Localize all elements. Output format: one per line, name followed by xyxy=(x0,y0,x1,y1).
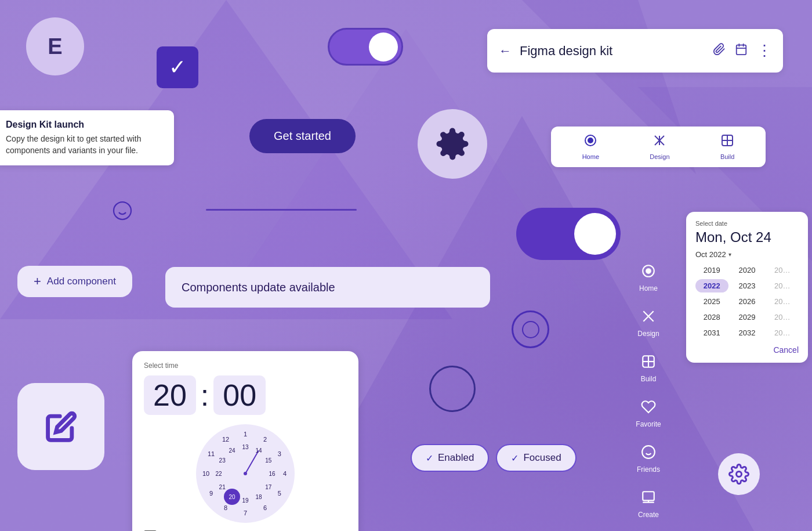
year-col3-r4[interactable]: 20… xyxy=(766,310,799,324)
time-picker-label: Select time xyxy=(144,362,347,370)
nav-build-label: Build xyxy=(720,153,734,160)
year-2029[interactable]: 2029 xyxy=(731,310,764,324)
settings-gear-bottom-right[interactable] xyxy=(718,453,760,495)
year-col3-r2[interactable]: 20… xyxy=(766,279,799,292)
svg-rect-30 xyxy=(643,492,654,500)
more-icon[interactable]: ⋮ xyxy=(757,42,771,60)
rail-favorite-icon xyxy=(641,399,656,418)
nav-item-design[interactable]: Design xyxy=(650,133,669,160)
avatar: E xyxy=(26,17,84,75)
year-2032[interactable]: 2032 xyxy=(731,326,764,339)
time-clock[interactable]: 111212324131022142921153820164719175186 xyxy=(196,424,295,523)
clock-number-10[interactable]: 10 xyxy=(202,470,209,477)
date-picker-dropdown-arrow[interactable]: ▾ xyxy=(728,251,731,258)
nav-item-build[interactable]: Build xyxy=(720,133,734,160)
year-col3-r3[interactable]: 20… xyxy=(766,295,799,308)
nav-rail-friends[interactable]: Friends xyxy=(611,436,686,482)
home-nav-icon xyxy=(583,133,597,151)
clock-number-5[interactable]: 5 xyxy=(278,490,281,497)
chip-group: ✓ Enabled ✓ Focused xyxy=(411,444,577,472)
clock-number-22[interactable]: 22 xyxy=(215,471,222,477)
calendar-icon[interactable] xyxy=(735,43,748,59)
clock-number-17[interactable]: 17 xyxy=(265,484,271,490)
time-minutes[interactable]: 00 xyxy=(213,375,266,415)
checkbox[interactable]: ✓ xyxy=(157,46,198,88)
clock-number-8[interactable]: 8 xyxy=(224,504,227,511)
snackbar-title: Design Kit launch xyxy=(6,120,162,130)
clock-number-2[interactable]: 2 xyxy=(263,436,267,443)
rail-home-icon xyxy=(641,263,656,282)
svg-point-39 xyxy=(737,472,742,477)
clock-number-11[interactable]: 11 xyxy=(208,450,215,457)
year-2031[interactable]: 2031 xyxy=(695,326,728,339)
nav-item-home[interactable]: Home xyxy=(582,133,599,160)
clock-number-12[interactable]: 12 xyxy=(222,436,229,443)
date-picker-month: Oct 2022 xyxy=(695,250,726,259)
clock-number-15[interactable]: 15 xyxy=(265,457,271,464)
clock-number-6[interactable]: 6 xyxy=(263,504,267,511)
chip-enabled-check: ✓ xyxy=(426,453,433,464)
clock-number-18[interactable]: 18 xyxy=(255,493,262,500)
year-2025[interactable]: 2025 xyxy=(695,295,728,308)
clock-number-13[interactable]: 13 xyxy=(242,444,248,450)
clock-number-16[interactable]: 16 xyxy=(269,471,275,477)
clock-number-4[interactable]: 4 xyxy=(283,470,287,477)
chip-enabled[interactable]: ✓ Enabled xyxy=(411,444,489,472)
nav-rail-build[interactable]: Build xyxy=(611,346,686,391)
get-started-button[interactable]: Get started xyxy=(249,119,356,153)
alert-banner: Components update available xyxy=(165,267,490,308)
chip-focused-label: Focused xyxy=(523,452,561,464)
radio-button[interactable] xyxy=(512,310,549,348)
clock-number-7[interactable]: 7 xyxy=(244,510,247,516)
nav-rail-favorite[interactable]: Favorite xyxy=(611,391,686,436)
clock-number-24[interactable]: 24 xyxy=(229,447,235,454)
toggle-large[interactable] xyxy=(516,208,621,260)
nav-rail-design[interactable]: Design xyxy=(611,301,686,346)
year-2019[interactable]: 2019 xyxy=(695,263,728,277)
bottom-nav: Home Design Build xyxy=(551,127,766,167)
clock-number-21[interactable]: 21 xyxy=(219,484,226,490)
year-2022[interactable]: 2022 xyxy=(695,279,728,292)
clock-number-23[interactable]: 23 xyxy=(219,457,226,464)
time-picker-display: 20 : 00 xyxy=(144,375,347,415)
year-2023[interactable]: 2023 xyxy=(731,279,764,292)
year-2026[interactable]: 2026 xyxy=(731,295,764,308)
svg-point-17 xyxy=(114,202,131,219)
year-2020[interactable]: 2020 xyxy=(731,263,764,277)
date-picker-cancel[interactable]: Cancel xyxy=(773,345,799,355)
year-col3-r5[interactable]: 20… xyxy=(766,326,799,339)
nav-rail-create[interactable]: Create xyxy=(611,482,686,527)
add-component-button[interactable]: + Add component xyxy=(17,266,132,297)
divider xyxy=(206,209,357,211)
snackbar: Design Kit launch Copy the design kit to… xyxy=(0,110,174,165)
back-button[interactable]: ← xyxy=(499,44,512,59)
edit-fab[interactable] xyxy=(17,383,104,470)
nav-rail-home[interactable]: Home xyxy=(611,255,686,301)
rail-create-label: Create xyxy=(638,511,659,519)
svg-point-21 xyxy=(646,269,651,273)
clock-number-20[interactable]: 20 xyxy=(229,493,235,500)
chip-focused-check: ✓ xyxy=(511,453,519,464)
date-picker: Select date Mon, Oct 24 Oct 2022 ▾ 2019 … xyxy=(686,212,808,363)
rail-build-label: Build xyxy=(641,375,657,383)
clock-number-3[interactable]: 3 xyxy=(278,450,281,457)
rail-build-icon xyxy=(641,354,656,373)
year-2028[interactable]: 2028 xyxy=(695,310,728,324)
design-nav-icon xyxy=(652,133,666,151)
attach-icon[interactable] xyxy=(713,43,726,59)
clock-number-9[interactable]: 9 xyxy=(209,490,213,497)
time-hours[interactable]: 20 xyxy=(144,375,196,415)
year-col3-r1[interactable]: 20… xyxy=(766,263,799,277)
plus-icon: + xyxy=(34,274,41,289)
build-nav-icon xyxy=(720,133,734,151)
clock-number-19[interactable]: 19 xyxy=(242,497,248,504)
gear-icon-circle xyxy=(418,109,487,179)
nav-design-label: Design xyxy=(650,153,669,160)
clock-number-14[interactable]: 14 xyxy=(255,447,262,454)
chip-focused[interactable]: ✓ Focused xyxy=(496,444,576,472)
alert-text: Components update available xyxy=(182,281,335,294)
nav-rail: Home Design Build xyxy=(611,255,686,527)
avatar-label: E xyxy=(48,34,62,59)
toggle-top[interactable] xyxy=(328,28,403,66)
clock-number-1[interactable]: 1 xyxy=(244,431,247,438)
